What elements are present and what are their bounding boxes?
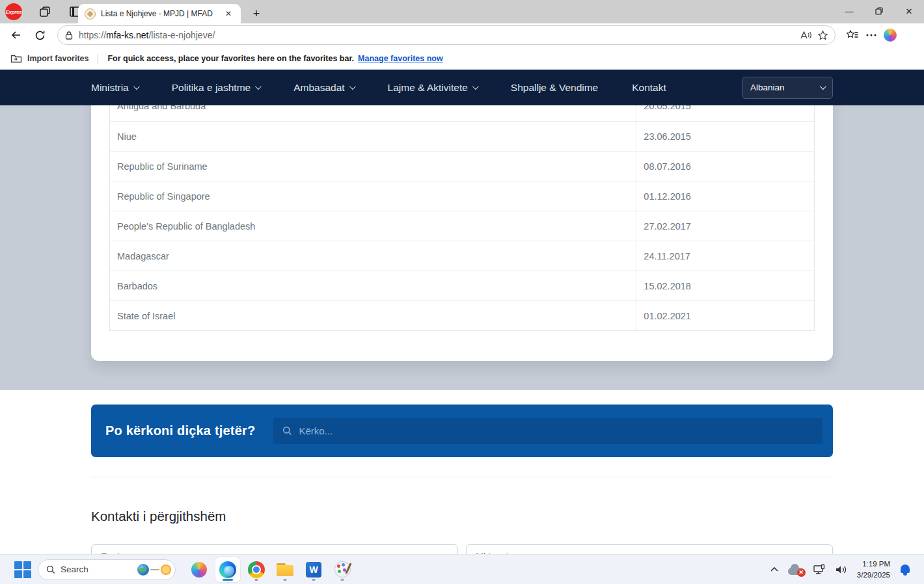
- table-row[interactable]: Niue23.06.2015: [110, 121, 814, 151]
- address-bar[interactable]: https://mfa-ks.net/lista-e-njohjeve/: [57, 25, 836, 45]
- divider: [91, 477, 833, 477]
- taskbar-search-placeholder: Search: [61, 564, 132, 574]
- onedrive-error-icon[interactable]: ✕: [788, 564, 804, 575]
- tab-activity-icon[interactable]: [38, 5, 52, 19]
- tab-title: Lista e Njohjeve - MPJD | MFAD: [101, 9, 217, 18]
- chevron-down-icon: [255, 83, 262, 90]
- search-banner-heading: Po kërkoni diçka tjetër?: [105, 423, 255, 438]
- chevron-down-icon: [472, 83, 479, 90]
- site-navigation: Ministria Politika e jashtme Ambasadat L…: [0, 70, 924, 105]
- read-aloud-icon[interactable]: [799, 30, 812, 40]
- search-placeholder: Kërko...: [299, 425, 333, 436]
- start-button[interactable]: [13, 560, 33, 579]
- taskbar-search[interactable]: Search: [38, 559, 176, 580]
- table-row[interactable]: Republic of Singapore01.12.2016: [110, 181, 814, 211]
- recognition-table: Antigua and Barbuda20.05.2015 Niue23.06.…: [109, 105, 815, 331]
- back-button[interactable]: [7, 25, 26, 45]
- search-icon: [46, 565, 55, 574]
- taskbar-edge[interactable]: [215, 557, 240, 582]
- table-row[interactable]: Madagascar24.11.2017: [110, 241, 814, 271]
- recognition-card: Antigua and Barbuda20.05.2015 Niue23.06.…: [91, 105, 833, 361]
- new-tab-button[interactable]: +: [249, 7, 264, 21]
- clock-date: 3/29/2025: [857, 570, 890, 581]
- table-row[interactable]: State of Israel01.02.2021: [110, 300, 814, 330]
- taskbar-chrome[interactable]: [244, 557, 269, 582]
- browser-toolbar: https://mfa-ks.net/lista-e-njohjeve/: [0, 23, 924, 47]
- taskbar-paint[interactable]: [330, 557, 355, 582]
- page-body: Antigua and Barbuda20.05.2015 Niue23.06.…: [0, 105, 924, 390]
- taskbar: Search W ✕ 1:19 PM 3/29/2025: [0, 554, 924, 584]
- taskbar-clock[interactable]: 1:19 PM 3/29/2025: [857, 559, 890, 580]
- table-row[interactable]: People's Republic of Bangladesh27.02.201…: [110, 211, 814, 241]
- copilot-icon[interactable]: [884, 29, 897, 42]
- chrome-icon: [248, 561, 265, 578]
- word-icon: W: [306, 562, 321, 577]
- nav-item-kontakt[interactable]: Kontakt: [632, 82, 666, 94]
- search-highlight-icon[interactable]: [137, 564, 171, 576]
- search-icon: [282, 426, 292, 436]
- chevron-down-icon: [349, 83, 356, 90]
- contact-heading: Kontakti i përgjithshëm: [91, 509, 833, 524]
- table-row[interactable]: Barbados15.02.2018: [110, 271, 814, 300]
- manage-favorites-link[interactable]: Manage favorites now: [358, 54, 443, 63]
- expres-logo-icon[interactable]: Expres: [5, 3, 22, 20]
- favorites-bar: Import favorites For quick access, place…: [0, 47, 924, 70]
- taskbar-file-explorer[interactable]: [273, 557, 297, 582]
- nav-item-shpallje-vendime[interactable]: Shpallje & Vendime: [511, 82, 598, 94]
- divider: [98, 53, 98, 64]
- taskbar-word[interactable]: W: [301, 557, 326, 582]
- desktop-screen: Expres Lista e Njohjeve - MPJD | MFAD ✕ …: [0, 0, 924, 584]
- browser-titlebar: Expres Lista e Njohjeve - MPJD | MFAD ✕ …: [0, 0, 924, 23]
- edge-icon: [219, 561, 236, 578]
- window-close-button[interactable]: ✕: [894, 0, 924, 22]
- favorites-hint-text: For quick access, place your favorites h…: [107, 54, 354, 63]
- tab-close-icon[interactable]: ✕: [223, 8, 234, 20]
- refresh-button[interactable]: [30, 25, 49, 45]
- language-selector[interactable]: Albanian: [742, 77, 833, 99]
- browser-tab[interactable]: Lista e Njohjeve - MPJD | MFAD ✕: [78, 4, 241, 23]
- chevron-down-icon: [820, 83, 826, 90]
- clock-time: 1:19 PM: [857, 559, 890, 570]
- tray-chevron-up-icon[interactable]: [770, 566, 779, 572]
- site-favicon-icon: [85, 8, 96, 20]
- import-favorites-button[interactable]: Import favorites: [10, 53, 88, 64]
- url-text[interactable]: https://mfa-ks.net/lista-e-njohjeve/: [79, 30, 794, 40]
- taskbar-copilot[interactable]: [187, 557, 211, 582]
- nav-item-lajme-aktivitete[interactable]: Lajme & Aktivitete: [388, 82, 477, 94]
- paint-icon: [334, 561, 351, 577]
- window-restore-button[interactable]: [864, 0, 894, 22]
- site-search-input[interactable]: Kërko...: [273, 418, 822, 444]
- file-explorer-icon: [277, 563, 293, 576]
- table-row[interactable]: Antigua and Barbuda20.05.2015: [110, 105, 814, 121]
- nav-item-ambasadat[interactable]: Ambasadat: [293, 82, 353, 94]
- nav-item-ministria[interactable]: Ministria: [91, 82, 138, 94]
- volume-icon[interactable]: [835, 564, 848, 575]
- lower-section: Po kërkoni diçka tjetër? Kërko... Kontak…: [0, 390, 924, 582]
- favorites-hub-icon[interactable]: [846, 29, 859, 41]
- lock-icon[interactable]: [64, 31, 74, 40]
- import-favorites-icon: [10, 53, 22, 64]
- notification-bell-icon[interactable]: [899, 564, 911, 576]
- settings-more-icon[interactable]: [865, 33, 877, 37]
- copilot-icon: [191, 562, 207, 577]
- search-banner: Po kërkoni diçka tjetër? Kërko...: [91, 405, 833, 457]
- table-row[interactable]: Republic of Suriname08.07.2016: [110, 151, 814, 181]
- nav-item-politika-e-jashtme[interactable]: Politika e jashtme: [172, 82, 260, 94]
- network-icon[interactable]: [813, 564, 826, 576]
- window-minimize-button[interactable]: —: [834, 0, 864, 22]
- chevron-down-icon: [133, 83, 140, 90]
- favorite-star-icon[interactable]: [817, 30, 828, 41]
